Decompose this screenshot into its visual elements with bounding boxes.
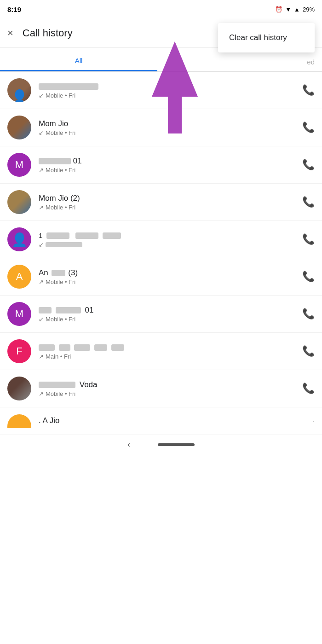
top-bar: × Call history Clear call history xyxy=(0,18,322,48)
call-button[interactable]: 📞 xyxy=(302,122,315,133)
list-item[interactable]: Mom Jio (2) ↗ Mobile • Fri 📞 xyxy=(0,184,322,221)
avatar: 👤 xyxy=(7,227,31,251)
signal-icon: ▲ xyxy=(294,6,300,13)
call-detail: ↗ Mobile • Fri xyxy=(39,204,302,211)
call-button[interactable]: 📞 xyxy=(302,383,315,395)
incoming-arrow-icon: ↙ xyxy=(39,316,44,323)
call-detail: ↗ Mobile • Fri xyxy=(39,167,302,174)
list-item[interactable]: Mom Jio ↙ Mobile • Fri 📞 xyxy=(0,109,322,146)
call-name: . A Jio xyxy=(39,416,313,425)
list-item[interactable]: M 01 ↙ Mobile • Fri 📞 xyxy=(0,296,322,333)
call-info: 01 ↙ Mobile • Fri xyxy=(39,306,302,323)
tab-all[interactable]: All xyxy=(0,57,157,71)
clear-call-history-button[interactable]: Clear call history xyxy=(218,27,315,49)
call-name: 01 xyxy=(39,306,302,315)
avatar: M xyxy=(7,153,31,177)
list-item[interactable]: 👤 1 ↙ 📞 xyxy=(0,221,322,258)
call-detail: ↙ xyxy=(39,241,302,248)
call-info: 01 ↗ Mobile • Fri xyxy=(39,157,302,174)
list-item[interactable]: 👤 ↙ Mobile • Fri 📞 xyxy=(0,72,322,109)
call-button[interactable]: · xyxy=(313,418,315,425)
call-detail: ↙ Mobile • Fri xyxy=(39,129,302,136)
list-item[interactable]: M 01 ↗ Mobile • Fri 📞 xyxy=(0,146,322,184)
avatar: A xyxy=(7,265,31,289)
call-button[interactable]: 📞 xyxy=(302,196,315,208)
status-bar: 8:19 ⏰ ▼ ▲ 29% xyxy=(0,0,322,18)
call-detail: ↗ Main • Fri xyxy=(39,353,302,360)
outgoing-arrow-icon: ↗ xyxy=(39,204,44,211)
close-button[interactable]: × xyxy=(7,27,13,39)
call-info: Voda ↗ Mobile • Fri xyxy=(39,380,302,397)
avatar xyxy=(7,377,31,400)
call-button[interactable]: 📞 xyxy=(302,345,315,357)
call-name xyxy=(39,343,302,352)
call-detail: ↗ Mobile • Fri xyxy=(39,278,302,285)
avatar: F xyxy=(7,339,31,363)
avatar xyxy=(7,190,31,214)
outgoing-arrow-icon: ↗ xyxy=(39,278,44,285)
list-item[interactable]: . A Jio · xyxy=(0,407,322,435)
incoming-arrow-icon: ↙ xyxy=(39,129,44,136)
avatar xyxy=(7,116,31,139)
call-info: 1 ↙ xyxy=(39,231,302,248)
status-time: 8:19 xyxy=(7,6,21,13)
call-detail: ↗ Mobile • Fri xyxy=(39,390,302,397)
list-item[interactable]: Voda ↗ Mobile • Fri 📞 xyxy=(0,370,322,407)
avatar: 👤 xyxy=(7,78,31,102)
call-button[interactable]: 📞 xyxy=(302,233,315,245)
home-pill[interactable] xyxy=(158,443,195,446)
call-button[interactable]: 📞 xyxy=(302,84,315,96)
call-button[interactable]: 📞 xyxy=(302,308,315,320)
call-info: An (3) ↗ Mobile • Fri xyxy=(39,268,302,285)
tab-missed[interactable]: ed xyxy=(157,58,322,71)
call-button[interactable]: 📞 xyxy=(302,159,315,171)
status-icons: ⏰ ▼ ▲ 29% xyxy=(275,6,315,13)
back-button[interactable]: ‹ xyxy=(127,440,130,449)
bottom-nav: ‹ xyxy=(0,435,322,457)
outgoing-arrow-icon: ↗ xyxy=(39,167,44,174)
call-name: 01 xyxy=(39,157,302,166)
call-list: 👤 ↙ Mobile • Fri 📞 Mom Jio ↙ Mobile • Fr… xyxy=(0,72,322,435)
wifi-icon: ▼ xyxy=(285,6,291,13)
call-detail: ↙ Mobile • Fri xyxy=(39,92,302,99)
outgoing-arrow-icon: ↗ xyxy=(39,353,44,360)
call-button[interactable]: 📞 xyxy=(302,271,315,283)
call-name: 1 xyxy=(39,231,302,240)
avatar: M xyxy=(7,302,31,326)
call-info: ↗ Main • Fri xyxy=(39,343,302,360)
alarm-icon: ⏰ xyxy=(275,6,282,13)
call-info: Mom Jio ↙ Mobile • Fri xyxy=(39,119,302,136)
call-name xyxy=(39,82,302,91)
call-name: Mom Jio (2) xyxy=(39,194,302,203)
incoming-arrow-icon: ↙ xyxy=(39,241,44,248)
call-detail: ↙ Mobile • Fri xyxy=(39,316,302,323)
list-item[interactable]: A An (3) ↗ Mobile • Fri 📞 xyxy=(0,258,322,296)
incoming-arrow-icon: ↙ xyxy=(39,92,44,99)
call-name: Mom Jio xyxy=(39,119,302,128)
call-info: ↙ Mobile • Fri xyxy=(39,82,302,99)
list-item[interactable]: F ↗ Main • Fri 📞 xyxy=(0,333,322,370)
call-name: Voda xyxy=(39,380,302,389)
avatar xyxy=(7,414,31,428)
dropdown-menu: Clear call history xyxy=(218,23,315,52)
call-info: Mom Jio (2) ↗ Mobile • Fri xyxy=(39,194,302,211)
call-info: . A Jio xyxy=(39,416,313,426)
call-name: An (3) xyxy=(39,268,302,278)
battery-icon: 29% xyxy=(303,6,315,13)
outgoing-arrow-icon: ↗ xyxy=(39,390,44,397)
